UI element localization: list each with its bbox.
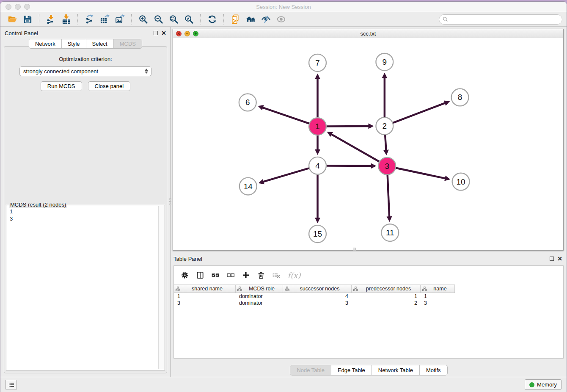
settings-gear-button[interactable]	[178, 269, 192, 282]
graph-edge-arrow	[371, 163, 376, 169]
graph-edge-4-3[interactable]	[327, 166, 372, 166]
network-maximize-icon[interactable]: +	[193, 31, 198, 36]
delete-table-button[interactable]	[270, 269, 283, 282]
graph-edge-3-1[interactable]	[331, 134, 379, 162]
table-cell: 3	[283, 300, 352, 306]
search-box[interactable]	[439, 14, 562, 25]
table-cell: 1	[174, 293, 236, 299]
run-mcds-button[interactable]: Run MCDS	[41, 81, 82, 91]
tab-node-table[interactable]: Node Table	[290, 365, 331, 375]
graph-edge-arrow	[444, 176, 450, 181]
zoom-in-button[interactable]	[135, 13, 151, 26]
graph-node-label-9: 9	[383, 58, 387, 66]
table-row[interactable]: 3dominator323	[174, 300, 455, 306]
zoom-fit-button[interactable]	[166, 13, 181, 26]
column-header-shared-name[interactable]: shared name	[174, 285, 236, 293]
save-session-button[interactable]	[20, 13, 35, 26]
control-panel-tabs: NetworkStyleSelectMCDS	[0, 39, 171, 49]
memory-status-icon	[529, 382, 534, 387]
table-panel-header: Table Panel ✕	[173, 254, 562, 263]
column-header-successor-nodes[interactable]: successor nodes	[283, 285, 352, 293]
column-layout-button[interactable]	[193, 269, 207, 282]
export-table-icon	[100, 14, 110, 24]
save-session-icon	[23, 14, 33, 24]
add-column-icon	[242, 271, 250, 279]
function-builder-button[interactable]: f(x)	[285, 269, 303, 282]
table-column-headers: shared nameMCDS rolesuccessor nodesprede…	[174, 284, 455, 293]
maximize-window-button[interactable]	[24, 4, 30, 10]
zoom-selected-button[interactable]	[181, 13, 196, 26]
clone-network-button[interactable]	[228, 13, 243, 26]
optimization-dropdown[interactable]: strongly connected component	[19, 66, 151, 76]
settings-gear-icon	[181, 271, 189, 279]
tab-motifs[interactable]: Motifs	[420, 365, 447, 375]
style-preview-button[interactable]	[258, 13, 273, 26]
tab-mcds[interactable]: MCDS	[114, 39, 142, 48]
import-network-button[interactable]	[43, 13, 58, 26]
optimization-label: Optimization criterion:	[4, 56, 167, 62]
open-file-button[interactable]	[5, 13, 20, 26]
export-table-button[interactable]	[97, 13, 112, 26]
close-window-button[interactable]	[6, 4, 11, 10]
network-window-title: scc.txt	[361, 30, 376, 37]
minimize-window-button[interactable]	[15, 4, 21, 10]
export-image-icon	[115, 14, 125, 24]
network-resize-handle[interactable]	[353, 248, 356, 251]
tab-network-table[interactable]: Network Table	[372, 365, 420, 375]
column-header-MCDS-role[interactable]: MCDS role	[236, 285, 283, 293]
table-panel-tabs: Node TableEdge TableNetwork TableMotifs	[171, 365, 567, 375]
mcds-result-list: 13	[7, 206, 158, 369]
column-header-name[interactable]: name	[421, 285, 455, 293]
task-history-button[interactable]	[6, 380, 17, 389]
search-input[interactable]	[450, 17, 559, 22]
refresh-layout-button[interactable]	[204, 13, 220, 26]
graph-edge-2-3[interactable]	[385, 135, 386, 151]
table-cell: 3	[174, 300, 236, 306]
graph-edge-3-11[interactable]	[388, 175, 389, 218]
graph-edge-1-2[interactable]	[327, 126, 369, 127]
search-icon	[443, 17, 448, 22]
delete-column-button[interactable]	[254, 269, 268, 282]
window-controls	[6, 4, 30, 10]
delete-table-icon	[272, 271, 281, 279]
zoom-out-button[interactable]	[151, 13, 166, 26]
style-preview-icon	[261, 14, 271, 24]
graph-edge-1-6[interactable]	[262, 108, 309, 124]
export-network-button[interactable]	[82, 13, 97, 26]
graph-edge-arrow	[382, 73, 387, 78]
home-layout-button[interactable]	[243, 13, 258, 26]
mcds-result-scrollbar[interactable]	[158, 206, 164, 369]
tab-network[interactable]: Network	[29, 39, 62, 48]
graph-edge-2-8[interactable]	[393, 103, 446, 123]
close-panel-icon[interactable]: ✕	[161, 30, 166, 36]
export-network-icon	[85, 14, 94, 24]
hierarchy-icon	[353, 287, 358, 291]
panel-splitter-handle[interactable]	[169, 197, 172, 208]
export-image-button[interactable]	[112, 13, 127, 26]
network-close-icon[interactable]: ✕	[176, 31, 182, 36]
hierarchy-icon	[422, 287, 427, 291]
add-column-button[interactable]	[239, 269, 253, 282]
clear-checkboxes-icon	[226, 271, 235, 279]
birds-eye-button[interactable]	[273, 13, 289, 26]
network-canvas[interactable]: 7968124314101511	[173, 38, 563, 250]
import-table-button[interactable]	[58, 13, 74, 26]
graph-edge-4-14[interactable]	[263, 168, 309, 182]
mcds-result-line: 1	[10, 208, 155, 215]
tab-edge-table[interactable]: Edge Table	[331, 365, 372, 375]
column-header-predecessor-nodes[interactable]: predecessor nodes	[352, 285, 421, 293]
close-table-panel-icon[interactable]: ✕	[557, 256, 562, 262]
memory-button[interactable]: Memory	[525, 379, 561, 390]
optimization-dropdown-value: strongly connected component	[23, 68, 98, 75]
network-minimize-icon[interactable]: −	[184, 31, 190, 36]
clear-checkboxes-button[interactable]	[224, 269, 237, 282]
table-row[interactable]: 1dominator411	[174, 293, 455, 300]
close-panel-button[interactable]: Close panel	[88, 81, 131, 91]
select-all-checkboxes-button[interactable]	[209, 269, 222, 282]
tab-select[interactable]: Select	[86, 39, 114, 48]
tab-style[interactable]: Style	[62, 39, 86, 48]
float-panel-icon[interactable]	[154, 31, 158, 35]
graph-edge-3-10[interactable]	[396, 168, 446, 179]
graph-node-label-4: 4	[315, 161, 320, 170]
float-table-panel-icon[interactable]	[550, 257, 554, 261]
